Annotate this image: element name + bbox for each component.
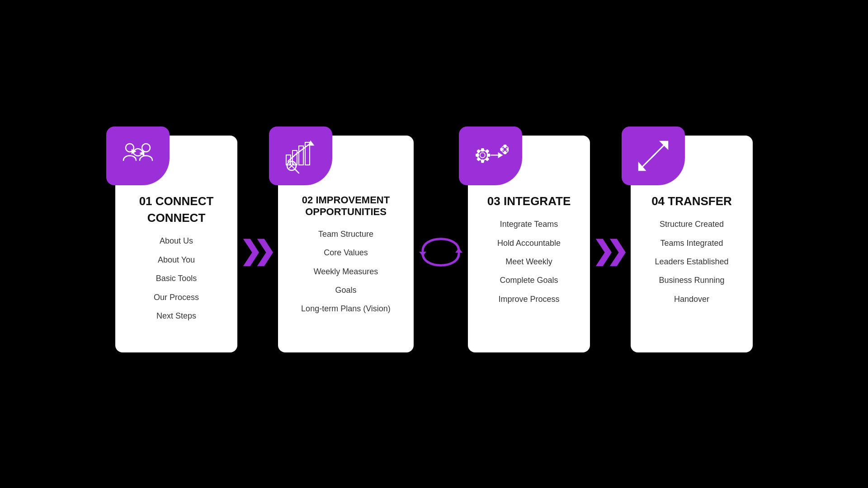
list-item: Team Structure: [287, 229, 405, 239]
svg-marker-25: [499, 153, 502, 158]
list-item: Next Steps: [124, 311, 228, 321]
svg-rect-23: [477, 158, 480, 161]
list-item: Improve Process: [477, 294, 581, 305]
svg-line-10: [295, 169, 299, 173]
list-item: Structure Created: [640, 219, 744, 230]
list-item: Teams Integrated: [640, 238, 744, 249]
list-item: Handover: [640, 294, 744, 305]
chart-analysis-icon: [283, 138, 319, 174]
list-item: Our Process: [124, 292, 228, 303]
card-transfer: 04 TRANSFER Structure Created Teams Inte…: [631, 136, 753, 352]
list-item: Business Running: [640, 275, 744, 286]
list-item: Basic Tools: [124, 273, 228, 284]
svg-rect-18: [481, 160, 484, 163]
improvement-items: Team Structure Core Values Weekly Measur…: [287, 229, 405, 314]
connect-title: 01 CONNECT: [139, 194, 214, 208]
list-item: Leaders Established: [640, 257, 744, 267]
connector-2: [414, 228, 468, 273]
connect-icon-bubble: [106, 127, 170, 185]
list-item: Goals: [287, 285, 405, 296]
card-improvement: 02 IMPROVEMENT OPPORTUNITIES Team Struct…: [278, 136, 414, 352]
process-container: 01 CONNECT CONNECT About Us About You Ba…: [27, 136, 841, 352]
svg-point-1: [142, 144, 150, 152]
list-item: Integrate Teams: [477, 219, 581, 230]
list-item: About You: [124, 255, 228, 265]
list-item: Weekly Measures: [287, 267, 405, 277]
svg-point-16: [480, 153, 485, 158]
list-item: Hold Accountable: [477, 238, 581, 249]
svg-rect-17: [481, 149, 484, 151]
people-sync-icon: [120, 138, 156, 174]
connect-subtitle: CONNECT: [147, 211, 206, 225]
svg-marker-13: [455, 248, 462, 253]
svg-rect-30: [500, 148, 502, 150]
svg-rect-28: [504, 145, 506, 147]
list-item: Complete Goals: [477, 275, 581, 286]
card-connect: 01 CONNECT CONNECT About Us About You Ba…: [115, 136, 237, 352]
svg-rect-19: [476, 154, 479, 156]
list-item: About Us: [124, 236, 228, 246]
svg-marker-14: [419, 252, 426, 256]
integrate-title: 03 INTEGRATE: [487, 194, 571, 208]
integrate-items: Integrate Teams Hold Accountable Meet We…: [477, 219, 581, 305]
svg-point-27: [503, 148, 507, 151]
card-integrate: 03 INTEGRATE Integrate Teams Hold Accoun…: [468, 136, 590, 352]
svg-rect-29: [504, 152, 506, 154]
list-item: Core Values: [287, 248, 405, 258]
svg-rect-24: [486, 158, 489, 161]
svg-rect-21: [477, 150, 480, 153]
svg-rect-31: [508, 148, 509, 150]
integrate-icon-bubble: [459, 127, 522, 185]
improvement-icon-bubble: [269, 127, 332, 185]
connect-items: About Us About You Basic Tools Our Proce…: [124, 236, 228, 321]
loop-icon: [414, 228, 468, 273]
connector-3: ❯ ❯: [590, 238, 631, 264]
transfer-items: Structure Created Teams Integrated Leade…: [640, 219, 744, 305]
transfer-title: 04 TRANSFER: [651, 194, 732, 208]
list-item: Meet Weekly: [477, 257, 581, 267]
connector-1: ❯ ❯: [237, 238, 278, 264]
svg-rect-22: [486, 150, 489, 153]
list-item: Long-term Plans (Vision): [287, 304, 405, 314]
arrows-expand-icon: [635, 138, 671, 174]
gears-arrows-icon: [472, 138, 509, 174]
improvement-title: 02 IMPROVEMENT OPPORTUNITIES: [287, 194, 405, 218]
transfer-icon-bubble: [622, 127, 685, 185]
svg-rect-20: [487, 154, 490, 156]
